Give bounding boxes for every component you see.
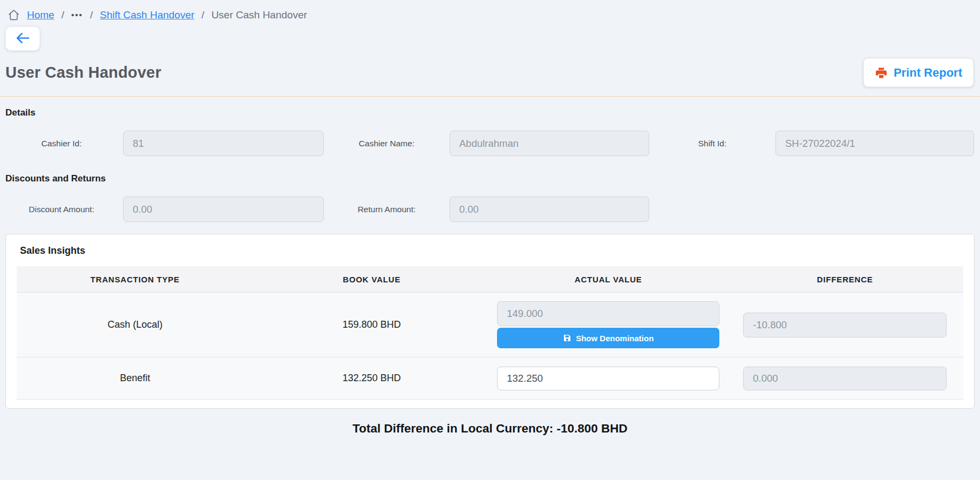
- breadcrumb-current-page: User Cash Handover: [212, 9, 307, 21]
- printer-icon: [875, 66, 888, 79]
- sales-insights-title: Sales Insights: [20, 245, 963, 256]
- breadcrumb-separator: /: [90, 9, 93, 21]
- discount-amount-label: Discount Amount:: [0, 205, 123, 214]
- page-title: User Cash Handover: [5, 64, 161, 82]
- actual-value-cell: [497, 367, 719, 390]
- discount-amount-field: [123, 197, 324, 222]
- breadcrumb-separator: /: [201, 9, 204, 21]
- details-field-row: Cashier Id: Cashier Name: Shift Id:: [0, 131, 980, 156]
- table-header-row: Transaction Type Book Value Actual Value…: [17, 266, 963, 293]
- total-difference-text: Total Difference in Local Currency: -10.…: [0, 422, 980, 436]
- cashier-id-label: Cashier Id:: [0, 139, 123, 148]
- transaction-type-cell: Benefit: [120, 373, 150, 384]
- cash-difference-field: [743, 313, 947, 337]
- book-value-cell: 132.250 BHD: [343, 373, 401, 384]
- cashier-name-field: [450, 131, 649, 156]
- breadcrumb-separator: /: [62, 9, 64, 21]
- sales-insights-card: Sales Insights Transaction Type Book Val…: [5, 234, 975, 409]
- show-denomination-button[interactable]: Show Denomination: [497, 328, 719, 348]
- sales-insights-table: Transaction Type Book Value Actual Value…: [17, 266, 963, 400]
- orange-divider: [0, 96, 980, 97]
- return-amount-field: [450, 197, 649, 222]
- shift-id-field: [775, 131, 974, 156]
- home-icon[interactable]: [8, 9, 20, 21]
- print-report-button[interactable]: Print Report: [863, 58, 974, 87]
- column-book-value: Book Value: [254, 275, 491, 284]
- column-difference: Difference: [727, 275, 964, 284]
- column-actual-value: Actual Value: [490, 275, 727, 284]
- cashier-id-field: [123, 131, 324, 156]
- book-value-cell: 159.800 BHD: [343, 319, 401, 330]
- breadcrumb: Home / ••• / Shift Cash Handover / User …: [0, 0, 980, 21]
- discounts-field-row: Discount Amount: Return Amount:: [0, 197, 980, 222]
- discounts-section-title: Discounts and Returns: [5, 173, 980, 184]
- column-transaction-type: Transaction Type: [17, 275, 254, 284]
- save-icon: [563, 334, 571, 342]
- difference-cell: [743, 367, 947, 390]
- title-row: User Cash Handover Print Report: [0, 51, 980, 87]
- arrow-left-icon: [16, 32, 30, 46]
- cashier-name-label: Cashier Name:: [324, 139, 450, 148]
- shift-id-label: Shift Id:: [649, 139, 775, 148]
- print-report-label: Print Report: [894, 66, 962, 80]
- cash-actual-value-field: [497, 301, 719, 326]
- actual-value-cell: Show Denomination: [497, 301, 719, 348]
- breadcrumb-link-home[interactable]: Home: [27, 9, 55, 21]
- benefit-actual-value-input[interactable]: [497, 367, 719, 390]
- back-button[interactable]: [5, 26, 40, 51]
- transaction-type-cell: Cash (Local): [107, 319, 162, 330]
- table-row-benefit: Benefit 132.250 BHD: [17, 357, 963, 400]
- details-section-title: Details: [5, 107, 980, 118]
- user-cash-handover-page: Home / ••• / Shift Cash Handover / User …: [0, 0, 980, 480]
- table-row-cash-local: Cash (Local) 159.800 BHD Show Denominati…: [17, 293, 963, 357]
- breadcrumb-link-shift-cash-handover[interactable]: Shift Cash Handover: [100, 9, 194, 21]
- benefit-difference-field: [743, 367, 947, 390]
- show-denomination-label: Show Denomination: [576, 334, 654, 343]
- breadcrumb-ellipsis[interactable]: •••: [71, 10, 83, 19]
- difference-cell: [743, 313, 947, 337]
- return-amount-label: Return Amount:: [324, 205, 450, 214]
